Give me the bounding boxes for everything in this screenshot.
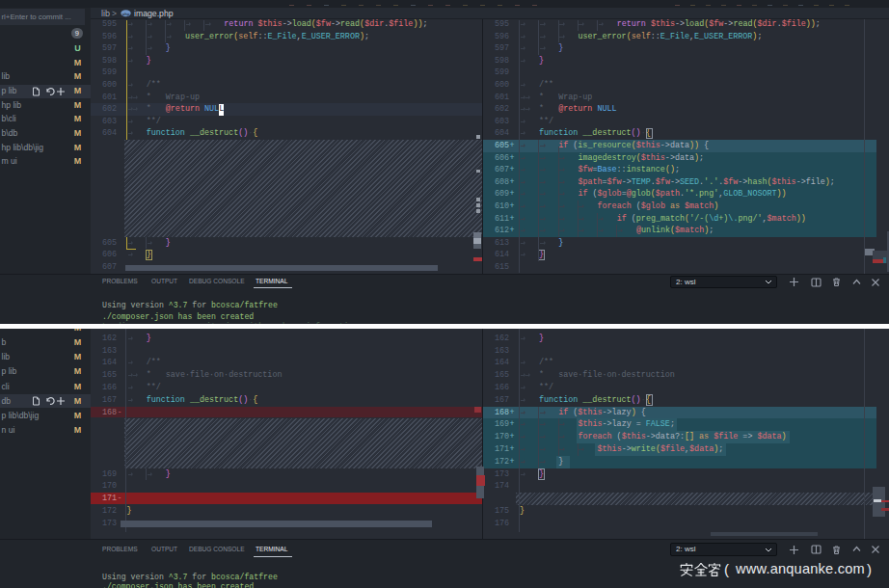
svg-text:php: php <box>122 12 130 16</box>
